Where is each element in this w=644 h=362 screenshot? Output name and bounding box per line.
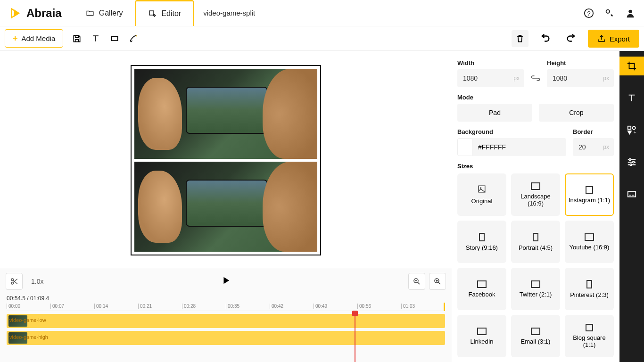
canvas-area — [0, 51, 452, 268]
ruler-tick: 00:14 — [94, 304, 108, 309]
mode-crop-button[interactable]: Crop — [539, 104, 614, 122]
help-icon[interactable]: ? — [584, 8, 594, 18]
size-preset[interactable]: Story (9:16) — [457, 221, 506, 263]
track-label: video-game-low — [9, 317, 46, 323]
background-swatch[interactable] — [457, 138, 472, 156]
timecode: 00:54.5 / 01:09.4 — [0, 294, 452, 303]
size-shape-icon — [586, 186, 593, 194]
svg-point-12 — [480, 187, 481, 189]
size-preset[interactable]: Instagram (1:1) — [565, 173, 614, 216]
ruler-tick: 00:00 — [7, 304, 20, 309]
size-preset[interactable]: Original — [457, 173, 506, 216]
sizes-label: Sizes — [457, 163, 614, 170]
svg-text:+: + — [634, 130, 636, 135]
link-dimensions-icon[interactable] — [531, 69, 540, 87]
brush-tool-icon[interactable] — [128, 33, 139, 44]
logo-icon — [9, 7, 23, 20]
border-unit: px — [603, 138, 609, 156]
timeline-track[interactable]: video-game-low — [7, 314, 445, 328]
folder-icon — [86, 9, 94, 17]
save-icon[interactable] — [72, 33, 82, 44]
ruler-tick: 00:35 — [226, 304, 239, 309]
brand-name: Abraia — [26, 7, 62, 20]
mode-pad-button[interactable]: Pad — [457, 104, 532, 122]
size-shape-icon — [478, 185, 486, 195]
size-preset[interactable]: Youtube (16:9) — [565, 221, 614, 263]
settings-icon[interactable] — [604, 8, 615, 18]
ruler-tick: 00:49 — [314, 304, 327, 309]
svg-rect-19 — [628, 192, 636, 197]
size-shape-icon — [477, 328, 487, 335]
svg-rect-13 — [628, 126, 631, 129]
video-layer-top[interactable] — [134, 69, 317, 159]
ruler-tick: 01:03 — [401, 304, 415, 309]
zoom-in-button[interactable] — [429, 273, 446, 290]
size-shape-icon — [533, 233, 538, 241]
add-media-button[interactable]: + Add Media — [5, 29, 63, 48]
timeline-track[interactable]: video-game-high — [7, 331, 445, 345]
size-shape-icon — [477, 280, 487, 288]
size-label: Blog square (1:1) — [568, 334, 611, 348]
redo-button[interactable] — [562, 30, 579, 47]
ruler-tick: 00:21 — [138, 304, 152, 309]
text-tool-icon[interactable] — [91, 33, 101, 44]
export-button[interactable]: Export — [588, 30, 639, 48]
size-label: Facebook — [468, 291, 495, 298]
background-input[interactable] — [472, 138, 566, 156]
tab-editor[interactable]: Editor — [135, 0, 194, 26]
canvas-frame[interactable] — [131, 65, 321, 255]
canvas-column: 1.0x 00:54.5 / 01:09.4 00:0000:0700:1400… — [0, 51, 452, 362]
timeline: 1.0x 00:54.5 / 01:09.4 00:0000:0700:1400… — [0, 268, 452, 362]
sidebar-text[interactable] — [619, 89, 644, 107]
size-preset[interactable]: Email (3:1) — [511, 315, 560, 357]
playback-speed[interactable]: 1.0x — [31, 278, 43, 285]
track-label: video-game-high — [9, 334, 48, 340]
cut-button[interactable] — [6, 273, 23, 290]
sizes-grid: OriginalLandscape (16:9)Instagram (1:1)S… — [457, 173, 614, 357]
size-label: Landscape (16:9) — [514, 193, 557, 207]
main: 1.0x 00:54.5 / 01:09.4 00:0000:0700:1400… — [0, 51, 644, 362]
toolbar: + Add Media Export — [0, 26, 644, 51]
filename: video-game-split — [203, 9, 255, 17]
size-preset[interactable]: Landscape (16:9) — [511, 173, 560, 216]
size-preset[interactable]: Facebook — [457, 268, 506, 310]
shape-tool-icon[interactable] — [109, 33, 120, 44]
video-layer-bottom[interactable] — [134, 162, 317, 252]
height-label: Height — [547, 59, 614, 66]
main-tabs: Gallery Editor — [73, 0, 194, 26]
size-label: Story (9:16) — [466, 244, 498, 251]
sidebar-captions[interactable] — [619, 185, 644, 204]
size-preset[interactable]: LinkedIn — [457, 315, 506, 357]
size-preset[interactable]: Twitter (2:1) — [511, 268, 560, 310]
logo[interactable]: Abraia — [9, 7, 62, 20]
size-label: Pinterest (2:3) — [570, 291, 609, 298]
size-shape-icon — [531, 280, 540, 288]
size-preset[interactable]: Pinterest (2:3) — [565, 268, 614, 310]
user-icon[interactable] — [625, 8, 636, 18]
zoom-out-button[interactable] — [408, 273, 425, 290]
svg-point-6 — [136, 35, 137, 36]
play-button[interactable] — [221, 275, 231, 288]
sidebar-adjust[interactable] — [619, 153, 644, 172]
sidebar-shapes[interactable]: + — [619, 121, 644, 140]
top-bar: Abraia Gallery Editor video-game-split ? — [0, 0, 644, 26]
size-shape-icon — [586, 280, 592, 288]
width-unit: px — [513, 69, 520, 87]
size-preset[interactable]: Portrait (4:5) — [511, 221, 560, 263]
undo-button[interactable] — [537, 30, 554, 47]
size-preset[interactable]: Blog square (1:1) — [565, 315, 614, 357]
playhead[interactable] — [355, 311, 355, 362]
delete-button[interactable] — [512, 30, 528, 47]
timeline-ruler[interactable]: 00:0000:0700:1400:2100:2800:3500:4200:49… — [7, 303, 445, 311]
svg-text:?: ? — [587, 10, 590, 17]
background-label: Background — [457, 128, 566, 135]
tab-gallery-label: Gallery — [99, 9, 123, 17]
svg-point-18 — [630, 164, 632, 166]
tab-gallery[interactable]: Gallery — [73, 0, 136, 26]
toolbar-right: Export — [512, 26, 639, 51]
height-unit: px — [603, 69, 609, 87]
sidebar-crop[interactable] — [619, 57, 644, 75]
add-media-label: Add Media — [22, 34, 56, 42]
tab-editor-label: Editor — [161, 9, 181, 18]
size-label: Email (3:1) — [521, 338, 551, 345]
